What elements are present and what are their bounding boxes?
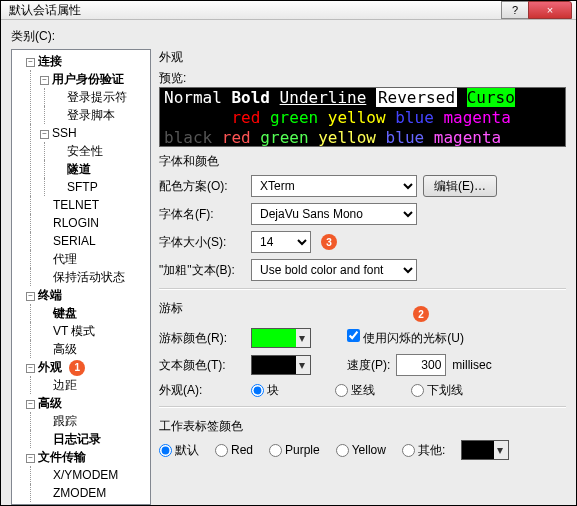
- settings-panel: 外观 预览: Normal Bold Underline Reversed Cu…: [159, 49, 566, 505]
- boldtext-select[interactable]: Use bold color and font: [251, 259, 417, 281]
- tab-red-radio[interactable]: Red: [215, 443, 253, 457]
- tree-login-prompt[interactable]: 登录提示符: [54, 88, 150, 106]
- tab-default-radio[interactable]: 默认: [159, 442, 199, 459]
- tree-ssh[interactable]: −SSH 安全性 隧道 SFTP: [40, 124, 150, 196]
- cursor-color-picker[interactable]: ▾: [251, 328, 311, 348]
- tree-sftp[interactable]: SFTP: [54, 178, 150, 196]
- tree-trace[interactable]: 跟踪: [40, 412, 150, 430]
- speed-input[interactable]: [396, 354, 446, 376]
- speed-label: 速度(P):: [347, 357, 390, 374]
- tree-rlogin[interactable]: RLOGIN: [40, 214, 150, 232]
- tree-logging[interactable]: 日志记录: [40, 430, 150, 448]
- tree-zmodem[interactable]: ZMODEM: [40, 484, 150, 502]
- preview-label: 预览:: [159, 70, 566, 87]
- close-button[interactable]: ×: [528, 1, 572, 19]
- tab-purple-radio[interactable]: Purple: [269, 443, 320, 457]
- window-buttons: ? ×: [502, 1, 572, 19]
- titlebar: 默认会话属性 ? ×: [1, 1, 576, 20]
- tree-vtmode[interactable]: VT 模式: [40, 322, 150, 340]
- collapse-icon[interactable]: −: [40, 76, 49, 85]
- text-color-picker[interactable]: ▾: [251, 355, 311, 375]
- text-color-label: 文本颜色(T):: [159, 357, 245, 374]
- tab-other-color-picker[interactable]: ▾: [461, 440, 509, 460]
- category-tree[interactable]: −连接 −用户身份验证 登录提示符 登录脚本 −SSH 安全性: [11, 49, 151, 505]
- tree-advanced[interactable]: −高级 跟踪 日志记录: [26, 394, 150, 448]
- tree-telnet[interactable]: TELNET: [40, 196, 150, 214]
- scheme-label: 配色方案(O):: [159, 178, 245, 195]
- scheme-select[interactable]: XTerm: [251, 175, 417, 197]
- collapse-icon[interactable]: −: [26, 364, 35, 373]
- shape-vbar-radio[interactable]: 竖线: [335, 382, 375, 399]
- cursor-group-label: 游标: [159, 300, 566, 317]
- collapse-icon[interactable]: −: [26, 58, 35, 67]
- tree-advanced-t[interactable]: 高级: [40, 340, 150, 358]
- tab-color-label: 工作表标签颜色: [159, 418, 566, 435]
- chevron-down-icon: ▾: [296, 331, 308, 345]
- fontname-label: 字体名(F):: [159, 206, 245, 223]
- tree-terminal[interactable]: −终端 键盘 VT 模式 高级: [26, 286, 150, 358]
- speed-unit: millisec: [452, 358, 491, 372]
- edit-scheme-button[interactable]: 编辑(E)…: [423, 175, 497, 197]
- tree-tunnel[interactable]: 隧道: [54, 160, 150, 178]
- chevron-down-icon: ▾: [494, 443, 506, 457]
- collapse-icon[interactable]: −: [40, 130, 49, 139]
- shape-underline-radio[interactable]: 下划线: [411, 382, 463, 399]
- panel-title: 外观: [159, 49, 566, 66]
- shape-block-radio[interactable]: 块: [251, 382, 279, 399]
- tree-margin[interactable]: 边距: [40, 376, 150, 394]
- fontname-select[interactable]: DejaVu Sans Mono: [251, 203, 417, 225]
- body: −连接 −用户身份验证 登录提示符 登录脚本 −SSH 安全性: [11, 49, 566, 505]
- help-button[interactable]: ?: [501, 1, 529, 19]
- tree-xymodem[interactable]: X/YMODEM: [40, 466, 150, 484]
- fontsize-select[interactable]: 14: [251, 231, 311, 253]
- dialog-window: 默认会话属性 ? × 类别(C): −连接 −用户身份验证 登录提示符 登录脚本: [0, 0, 577, 506]
- annotation-1: 1: [69, 360, 85, 376]
- content: 类别(C): −连接 −用户身份验证 登录提示符 登录脚本 −SSH: [1, 20, 576, 506]
- tree-security[interactable]: 安全性: [54, 142, 150, 160]
- collapse-icon[interactable]: −: [26, 454, 35, 463]
- collapse-icon[interactable]: −: [26, 400, 35, 409]
- tab-yellow-radio[interactable]: Yellow: [336, 443, 386, 457]
- tree-appearance[interactable]: −外观 1 边距: [26, 358, 150, 394]
- category-label: 类别(C):: [11, 28, 566, 45]
- window-title: 默认会话属性: [9, 2, 502, 19]
- shape-label: 外观(A):: [159, 382, 245, 399]
- tree-keepalive[interactable]: 保持活动状态: [40, 268, 150, 286]
- tree-file-transfer[interactable]: −文件传输 X/YMODEM ZMODEM: [26, 448, 150, 502]
- fontsize-label: 字体大小(S):: [159, 234, 245, 251]
- chevron-down-icon: ▾: [296, 358, 308, 372]
- preview-box: Normal Bold Underline Reversed Curso red…: [159, 87, 566, 147]
- boldtext-label: "加粗"文本(B):: [159, 262, 245, 279]
- cursor-color-label: 游标颜色(R):: [159, 330, 245, 347]
- tree-login-script[interactable]: 登录脚本: [54, 106, 150, 124]
- font-colors-label: 字体和颜色: [159, 153, 566, 170]
- tree-proxy[interactable]: 代理: [40, 250, 150, 268]
- tree-keyboard[interactable]: 键盘: [40, 304, 150, 322]
- tree-serial[interactable]: SERIAL: [40, 232, 150, 250]
- tree-connect[interactable]: −连接 −用户身份验证 登录提示符 登录脚本 −SSH 安全性: [26, 52, 150, 286]
- tree-auth[interactable]: −用户身份验证 登录提示符 登录脚本: [40, 70, 150, 124]
- collapse-icon[interactable]: −: [26, 292, 35, 301]
- blink-checkbox[interactable]: 使用闪烁的光标(U): [347, 329, 464, 347]
- tab-other-radio[interactable]: 其他:: [402, 442, 445, 459]
- annotation-2: 2: [413, 306, 429, 322]
- annotation-3: 3: [321, 234, 337, 250]
